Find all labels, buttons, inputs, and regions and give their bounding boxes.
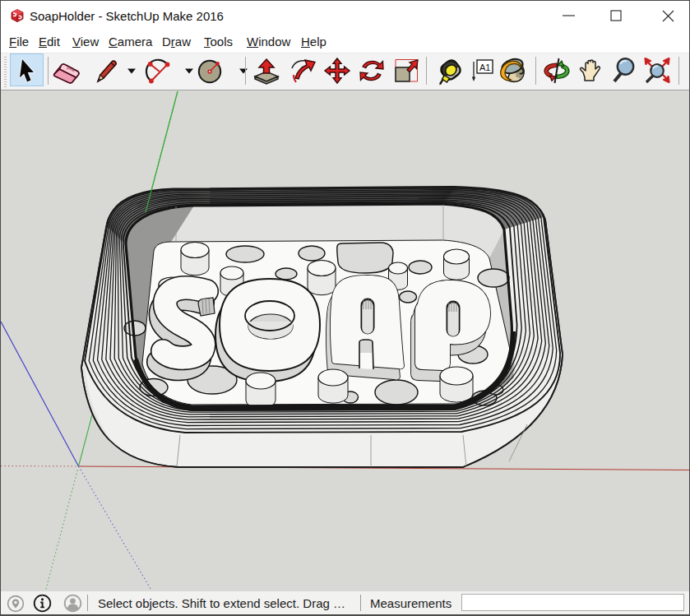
svg-text:A1: A1 bbox=[479, 63, 490, 72]
